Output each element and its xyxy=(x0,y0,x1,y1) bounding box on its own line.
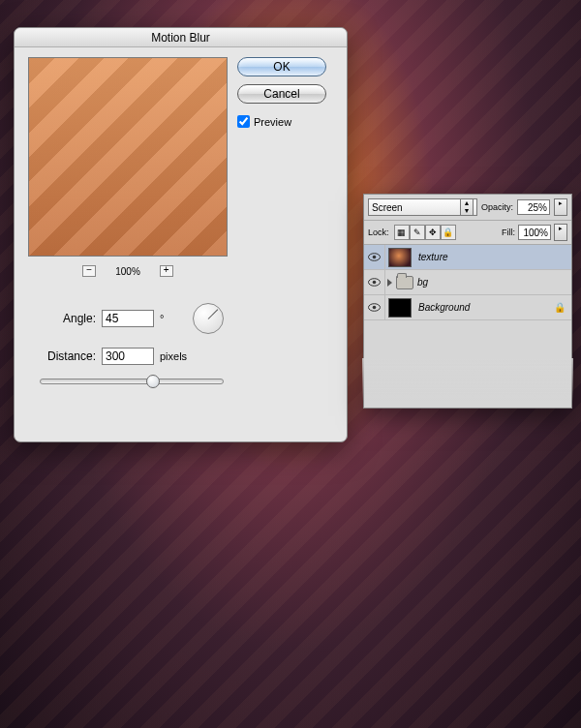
lock-position-button[interactable]: ✥ xyxy=(425,225,441,240)
fill-label: Fill: xyxy=(502,228,515,237)
layer-name-label: bg xyxy=(417,277,428,288)
blend-mode-select[interactable]: Screen ▲▼ xyxy=(368,198,477,216)
opacity-input[interactable] xyxy=(517,199,550,215)
lock-pixels-button[interactable]: ✎ xyxy=(410,225,425,240)
lock-all-button[interactable]: 🔒 xyxy=(441,225,456,240)
layer-thumbnail xyxy=(388,248,412,267)
filter-preview[interactable] xyxy=(28,57,228,257)
blend-mode-stepper-icon: ▲▼ xyxy=(460,198,474,216)
preview-checkbox-row[interactable]: Preview xyxy=(237,115,326,128)
angle-dial[interactable] xyxy=(193,303,224,334)
lock-label: Lock: xyxy=(368,228,389,237)
angle-input[interactable] xyxy=(102,310,154,327)
visibility-toggle[interactable] xyxy=(364,245,385,269)
opacity-flyout-icon[interactable]: ▸ xyxy=(554,198,567,216)
zoom-percent-label: 100% xyxy=(115,266,140,277)
layers-panel: Screen ▲▼ Opacity: ▸ Lock: ▦ ✎ ✥ 🔒 Fill:… xyxy=(363,194,572,409)
folder-icon xyxy=(396,276,413,289)
motion-blur-dialog: Motion Blur − 100% + OK Cancel Preview A… xyxy=(14,27,348,442)
eye-icon xyxy=(368,278,381,287)
distance-unit: pixels xyxy=(160,350,187,362)
svg-point-3 xyxy=(373,281,377,285)
eye-icon xyxy=(368,303,381,312)
visibility-toggle[interactable] xyxy=(364,270,385,294)
distance-input[interactable] xyxy=(102,348,154,365)
svg-point-1 xyxy=(373,256,377,259)
lock-transparency-button[interactable]: ▦ xyxy=(394,225,410,240)
layer-row-texture[interactable]: texture xyxy=(364,245,571,270)
preview-checkbox[interactable] xyxy=(237,115,250,128)
distance-slider[interactable] xyxy=(40,379,224,384)
preview-checkbox-label: Preview xyxy=(254,116,291,128)
fill-input[interactable] xyxy=(518,225,551,240)
lock-icon: 🔒 xyxy=(554,302,566,313)
zoom-in-button[interactable]: + xyxy=(160,265,173,277)
ok-button[interactable]: OK xyxy=(237,57,326,76)
layer-row-background[interactable]: Background 🔒 xyxy=(364,295,571,320)
group-disclosure-icon[interactable] xyxy=(387,279,392,287)
layers-empty-area xyxy=(364,320,571,408)
eye-icon xyxy=(368,253,381,261)
angle-unit: ° xyxy=(160,313,164,324)
layer-name-label: texture xyxy=(418,252,448,262)
visibility-toggle[interactable] xyxy=(364,295,385,319)
layer-name-label: Background xyxy=(418,302,470,313)
cancel-button[interactable]: Cancel xyxy=(237,84,326,104)
opacity-label: Opacity: xyxy=(481,202,513,212)
layer-thumbnail xyxy=(388,298,412,318)
distance-label: Distance: xyxy=(32,349,96,363)
layer-row-bg-group[interactable]: bg xyxy=(364,270,571,295)
fill-flyout-icon[interactable]: ▸ xyxy=(554,224,567,241)
blend-mode-value: Screen xyxy=(372,202,403,213)
dialog-title: Motion Blur xyxy=(15,28,347,47)
angle-label: Angle: xyxy=(32,312,96,325)
svg-point-5 xyxy=(373,306,377,310)
zoom-out-button[interactable]: − xyxy=(82,265,96,277)
distance-slider-thumb[interactable] xyxy=(146,375,160,388)
